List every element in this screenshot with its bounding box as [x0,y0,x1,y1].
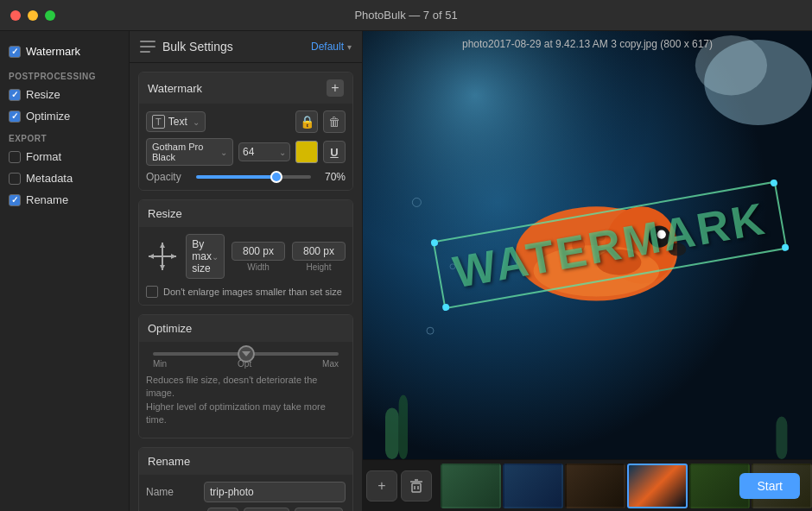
add-photo-button[interactable]: + [366,470,397,502]
panel-header: Bulk Settings Default ▾ [130,31,362,63]
svg-rect-2 [140,51,150,53]
svg-marker-8 [171,254,176,259]
minimize-button[interactable] [28,10,38,21]
resize-section-title: Resize [148,207,182,220]
close-button[interactable] [10,10,21,21]
start-button[interactable]: Start [739,473,800,499]
width-group: 800 px Width [232,242,285,272]
underline-button[interactable]: U [323,141,346,163]
sidebar-item-metadata[interactable]: Metadata [0,167,129,189]
titlebar: PhotoBulk — 7 of 51 [0,0,812,31]
optimize-thumb [238,345,255,363]
default-button[interactable]: Default ▾ [311,41,352,53]
sidebar-item-resize[interactable]: Resize [0,84,129,105]
opt-max-label: Max [322,359,339,369]
resize-section-header: Resize [139,200,352,227]
font-size-value: 64 [243,146,254,158]
opacity-slider[interactable] [196,175,311,179]
main-content: Watermark POSTPROCESSING Resize Optimize… [0,31,812,511]
name-row: Name [146,482,346,502]
filmstrip-controls: + [366,470,432,502]
resize-section-body: By max size ⌄ 800 px Width 800 px Height… [139,227,352,305]
watermark-type-select[interactable]: T Text ⌄ [146,111,206,132]
watermark-checkbox[interactable] [9,46,21,58]
name-label: Name [146,486,197,498]
format-select[interactable]: 0000 ⌄ [244,508,289,511]
sidebar-item-format[interactable]: Format [0,146,129,167]
text-type-icon: T [152,115,165,129]
suffix-select[interactable]: Suffix ⌄ [295,508,343,511]
height-input[interactable]: 800 px [292,242,346,261]
svg-rect-1 [140,46,155,47]
preview-area: photo2017-08-29 at 9.42.13 AM 3 copy.jpg… [363,31,812,511]
optimize-label: Optimize [26,110,70,123]
thumb-1[interactable] [441,464,501,508]
thumb-3[interactable] [565,464,625,508]
resize-section: Resize By max si [138,199,353,306]
delete-photo-button[interactable] [401,470,432,502]
color-picker-button[interactable] [295,141,318,163]
type-label: Text [168,116,187,128]
type-chevron-icon: ⌄ [193,117,200,127]
start-button-container: Start [739,473,800,499]
rename-section: Rename Name Begin with 0000 ⌄ Suffix [138,447,353,511]
resize-checkbox[interactable] [9,89,21,101]
resize-mode-select[interactable]: By max size ⌄ [186,234,225,279]
rename-label: Rename [26,193,68,206]
font-size-select[interactable]: 64 ⌄ [238,142,290,161]
width-input[interactable]: 800 px [232,242,285,261]
export-section-label: EXPORT [0,127,129,146]
metadata-checkbox[interactable] [9,173,21,185]
rename-checkbox[interactable] [9,194,21,206]
resize-arrows-icon [146,239,179,274]
default-chevron-icon: ▾ [347,42,352,52]
wm-corner-tl [430,239,438,247]
add-watermark-button[interactable]: + [327,79,344,97]
preview-filename: photo2017-08-29 at 9.42.13 AM 3 copy.jpg… [462,38,713,50]
optimize-checkbox[interactable] [9,110,21,123]
panel-icon [140,41,155,53]
watermark-section-title: Watermark [148,82,202,95]
svg-marker-7 [149,254,154,259]
watermark-section-body: T Text ⌄ 🔒 🗑 Gotham Pro Black ⌄ 64 [139,104,352,190]
opacity-label: Opacity [146,171,189,183]
sidebar-item-optimize[interactable]: Optimize [0,105,129,127]
size-chevron-icon: ⌄ [279,148,286,157]
sidebar-item-rename[interactable]: Rename [0,189,129,211]
opacity-thumb [270,171,282,183]
font-family-select[interactable]: Gotham Pro Black ⌄ [146,138,233,166]
metadata-label: Metadata [26,172,73,185]
name-input[interactable] [204,482,346,502]
lock-icon-button[interactable]: 🔒 [295,110,318,133]
no-enlarge-row: Don't enlarge images smaller than set si… [146,286,346,298]
optimize-section-body: Min Opt Max Reduces file size, doesn't d… [139,342,352,438]
optimize-section-header: Optimize [139,315,352,342]
svg-marker-5 [160,243,165,248]
opacity-row: Opacity 70% [146,171,346,183]
optimize-description: Reduces file size, doesn't deteriorate t… [146,370,346,431]
svg-marker-6 [160,265,165,270]
resize-mode-label: By max size [192,238,212,274]
thumb-2[interactable] [503,464,563,508]
optimize-slider[interactable] [153,352,339,356]
app-title: PhotoBulk — 7 of 51 [354,9,457,22]
watermark-font-row: Gotham Pro Black ⌄ 64 ⌄ U [146,138,346,166]
maximize-button[interactable] [45,10,55,21]
delete-watermark-button[interactable]: 🗑 [323,110,346,133]
rename-section-body: Name Begin with 0000 ⌄ Suffix ⌄ [139,475,352,511]
no-enlarge-checkbox[interactable] [146,286,158,298]
opt-min-label: Min [153,359,167,369]
rename-section-header: Rename [139,448,352,475]
width-label: Width [247,262,270,272]
format-checkbox[interactable] [9,151,21,163]
optimize-slider-container: Min Opt Max [146,349,346,370]
height-group: 800 px Height [292,242,346,272]
postprocessing-section-label: POSTPROCESSING [0,65,129,84]
sidebar-item-watermark[interactable]: Watermark [0,38,129,65]
begin-input[interactable] [207,508,238,511]
thumb-4[interactable] [627,464,688,508]
panel-header-left: Bulk Settings [140,40,233,54]
font-chevron-icon: ⌄ [220,148,227,157]
sidebar: Watermark POSTPROCESSING Resize Optimize… [0,31,130,511]
opacity-value: 70% [318,171,346,183]
